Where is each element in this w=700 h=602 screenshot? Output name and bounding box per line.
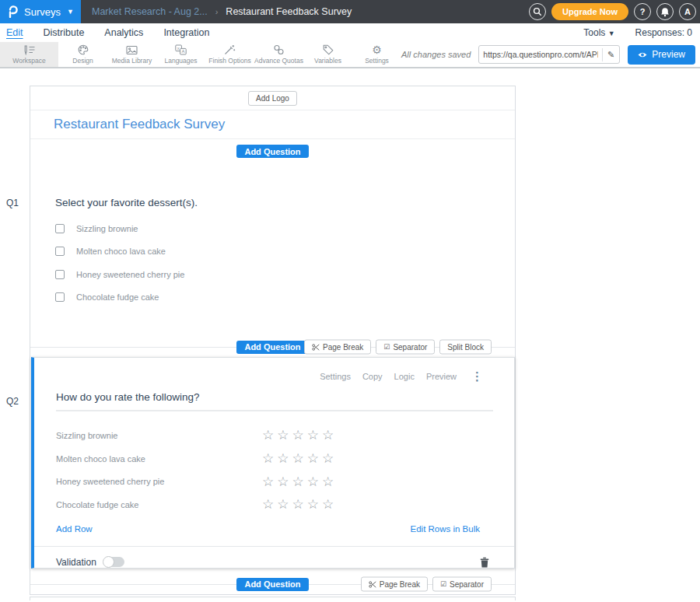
question-number-q2: Q2 — [6, 396, 19, 407]
notifications-button[interactable] — [656, 3, 674, 20]
surveys-menu[interactable]: Surveys ▼ — [0, 0, 81, 23]
q1-option-row[interactable]: Sizzling brownie — [55, 217, 490, 240]
q2-question-text[interactable]: How do you rate the following? — [34, 390, 514, 404]
tab-integration[interactable]: Integration — [163, 27, 209, 38]
survey-url-input[interactable] — [479, 50, 602, 59]
survey-editor-canvas: Q1 Q2 Add Logo Restaurant Feedback Surve… — [0, 68, 700, 600]
chevron-down-icon: ▼ — [67, 8, 74, 16]
tools-menu[interactable]: Tools ▼ — [583, 27, 614, 38]
edit-url-pencil-icon[interactable]: ✎ — [602, 48, 619, 61]
help-button[interactable]: ? — [634, 3, 651, 20]
next-block-card-edge — [30, 597, 516, 600]
survey-block-card: Add Logo Restaurant Feedback Survey Add … — [30, 86, 516, 595]
title-row: Restaurant Feedback Survey — [30, 110, 515, 139]
translate-icon: x A — [175, 44, 187, 55]
add-question-button-bottom[interactable]: Add Question — [236, 578, 308, 591]
edit-toolbar: Workspace Design Media Library x A — [0, 42, 700, 68]
avatar[interactable]: A — [679, 3, 696, 20]
question-q1: Select your favorite dessert(s). Sizzlin… — [30, 172, 515, 309]
chevron-down-icon: ▼ — [608, 30, 615, 37]
toggle-knob — [103, 556, 114, 568]
toolbar-tab-workspace[interactable]: Workspace — [0, 42, 58, 67]
star-rating-icons[interactable]: ☆☆☆☆☆ — [262, 498, 337, 511]
q2-settings-link[interactable]: Settings — [320, 372, 351, 381]
q2-copy-link[interactable]: Copy — [362, 372, 383, 381]
nav-right: Tools ▼ Responses: 0 — [583, 27, 694, 38]
star-rating-icons[interactable]: ☆☆☆☆☆ — [262, 475, 337, 488]
q1-option-row[interactable]: Chocolate fudge cake — [55, 286, 490, 310]
q1-option-row[interactable]: Molten choco lava cake — [55, 240, 490, 264]
topbar-actions: Upgrade Now ? A — [529, 3, 700, 20]
top-navbar: Surveys ▼ Market Research - Aug 2... › R… — [0, 0, 700, 23]
preview-button[interactable]: Preview — [628, 45, 695, 65]
q1-question-text[interactable]: Select your favorite dessert(s). — [55, 196, 490, 210]
q2-question-underline — [56, 410, 493, 411]
responses-count[interactable]: Responses: 0 — [635, 27, 692, 38]
rating-row: Chocolate fudge cake ☆☆☆☆☆ — [34, 493, 514, 516]
tab-distribute[interactable]: Distribute — [44, 27, 85, 38]
tab-edit[interactable]: Edit — [6, 27, 23, 38]
kebab-menu-icon[interactable]: ⋮ — [471, 372, 483, 381]
section-nav: Edit Distribute Analytics Integration To… — [0, 23, 700, 42]
add-question-button-middle[interactable]: Add Question — [236, 341, 308, 354]
toolbar-tab-languages[interactable]: x A Languages — [156, 42, 205, 67]
tab-analytics[interactable]: Analytics — [104, 27, 143, 38]
add-question-row-top: Add Question — [30, 139, 515, 172]
q2-rating-rows: Sizzling brownie ☆☆☆☆☆ Molten choco lava… — [34, 424, 514, 516]
survey-url-box: ✎ — [478, 45, 620, 64]
toolbar-tab-finish-options[interactable]: Finish Options — [205, 42, 254, 67]
question-number-q1: Q1 — [6, 198, 19, 208]
q2-footer: Validation — [34, 547, 514, 568]
upgrade-now-button[interactable]: Upgrade Now — [551, 3, 628, 20]
separator-button[interactable]: ☑ Separator — [376, 340, 435, 355]
palette-icon — [78, 44, 89, 55]
block-tools: Page Break ☑ Separator Split Block — [304, 340, 492, 355]
svg-text:x: x — [177, 46, 180, 51]
toolbar-tab-media-library[interactable]: Media Library — [107, 42, 156, 67]
separator-icon: ☑ — [383, 344, 390, 351]
separator-button[interactable]: ☑ Separator — [432, 577, 492, 592]
product-name: Surveys — [24, 6, 61, 18]
save-status: All changes saved — [401, 50, 471, 59]
q1-option-row[interactable]: Honey sweetened cherry pie — [55, 263, 490, 286]
image-icon — [126, 44, 138, 55]
breadcrumb-survey-name: Restaurant Feedback Survey — [226, 6, 352, 17]
validation-toggle[interactable] — [103, 557, 124, 567]
survey-title[interactable]: Restaurant Feedback Survey — [54, 117, 225, 132]
checkbox-icon[interactable] — [55, 247, 65, 256]
split-block-button[interactable]: Split Block — [439, 340, 492, 355]
search-button[interactable] — [529, 3, 546, 20]
star-rating-icons[interactable]: ☆☆☆☆☆ — [262, 452, 337, 465]
breadcrumb: Market Research - Aug 2... › Restaurant … — [92, 6, 352, 17]
toolbar-tab-design[interactable]: Design — [58, 42, 107, 67]
add-question-button-top[interactable]: Add Question — [236, 145, 308, 158]
q2-logic-link[interactable]: Logic — [394, 372, 415, 381]
toolbar-tab-variables[interactable]: Variables — [303, 42, 352, 67]
edit-rows-in-bulk-link[interactable]: Edit Rows in Bulk — [411, 524, 480, 534]
rating-row: Sizzling brownie ☆☆☆☆☆ — [34, 424, 514, 447]
checkbox-icon[interactable] — [55, 270, 65, 279]
bell-icon — [660, 7, 670, 17]
page-break-button[interactable]: Page Break — [361, 577, 428, 592]
delete-question-button[interactable] — [480, 557, 489, 568]
question-q2-selected[interactable]: Settings Copy Logic Preview ⋮ How do you… — [31, 357, 515, 569]
breadcrumb-separator-icon: › — [215, 7, 219, 16]
chain-links-icon — [273, 44, 285, 55]
q2-preview-link[interactable]: Preview — [426, 372, 457, 381]
add-row-link[interactable]: Add Row — [56, 524, 93, 534]
q2-row-operations: Add Row Edit Rows in Bulk — [34, 522, 514, 536]
add-question-bar-middle: Add Question Page Break ☑ Separator Spli… — [30, 337, 515, 357]
page-break-button[interactable]: Page Break — [304, 340, 371, 355]
search-icon — [533, 7, 542, 16]
workspace-icon — [23, 44, 36, 55]
toolbar-tab-advance-quotas[interactable]: Advance Quotas — [254, 42, 303, 67]
breadcrumb-folder[interactable]: Market Research - Aug 2... — [92, 6, 208, 17]
add-logo-button[interactable]: Add Logo — [248, 91, 297, 106]
star-rating-icons[interactable]: ☆☆☆☆☆ — [262, 429, 337, 442]
checkbox-icon[interactable] — [55, 292, 65, 302]
separator-icon: ☑ — [440, 581, 446, 588]
checkbox-icon[interactable] — [55, 224, 65, 233]
scissors-icon — [312, 343, 320, 351]
toolbar-tab-settings[interactable]: ⚙ Settings — [352, 42, 401, 67]
logo-row: Add Logo — [30, 86, 515, 110]
